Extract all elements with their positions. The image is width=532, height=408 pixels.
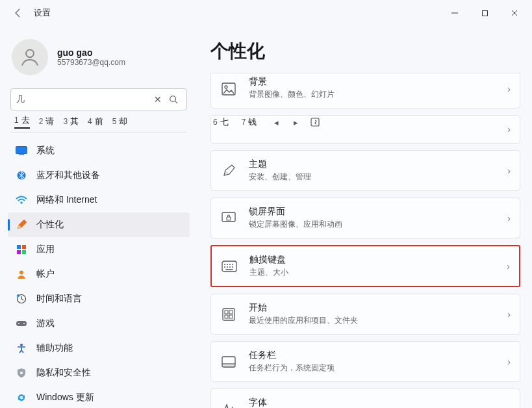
minimize-button[interactable]	[440, 3, 470, 23]
svg-point-20	[20, 372, 23, 374]
chevron-right-icon: ›	[507, 309, 511, 320]
sidebar-item-apps[interactable]: 应用	[8, 237, 190, 262]
time-icon	[16, 293, 27, 305]
card-title: 背景	[249, 76, 507, 88]
card-subtitle: 主题、大小	[249, 267, 507, 278]
sidebar-item-privacy[interactable]: 隐私和安全性	[8, 361, 190, 385]
privacy-icon	[16, 367, 27, 379]
ime-candidate-6[interactable]: 6七	[213, 116, 229, 128]
sidebar: guo gao 55793673@qq.com 几 ✕ 1去 2请 3其 4前 …	[0, 26, 195, 408]
sidebar-item-accounts[interactable]: 帐户	[8, 262, 190, 287]
svg-point-19	[20, 344, 23, 346]
apps-icon	[16, 244, 27, 255]
svg-point-2	[26, 49, 34, 57]
ime-candidate-4[interactable]: 4前	[88, 116, 103, 127]
sidebar-item-label: 时间和语言	[36, 293, 82, 305]
update-icon	[16, 392, 27, 403]
search-icon[interactable]	[166, 92, 181, 107]
sidebar-item-label: Windows 更新	[36, 392, 94, 403]
chevron-right-icon: ›	[507, 124, 511, 134]
maximize-button[interactable]	[470, 3, 500, 23]
card-title: 字体	[249, 397, 507, 408]
ime-candidate-1[interactable]: 1去	[14, 114, 30, 129]
svg-point-18	[23, 323, 25, 324]
search-input[interactable]	[25, 95, 150, 105]
taskbar-icon	[220, 353, 237, 370]
sidebar-item-system[interactable]: 系统	[8, 138, 190, 163]
chevron-right-icon: ›	[507, 404, 511, 409]
chevron-right-icon: ›	[507, 166, 511, 176]
svg-rect-6	[19, 154, 24, 155]
sidebar-item-label: 蓝牙和其他设备	[36, 170, 100, 181]
ime-next-icon[interactable]: ▸	[289, 116, 302, 129]
card-start[interactable]: 开始最近使用的应用和项目、文件夹›	[210, 294, 520, 335]
system-icon	[16, 145, 27, 157]
svg-point-3	[170, 96, 176, 102]
sidebar-item-network[interactable]: 网络和 Internet	[8, 188, 190, 212]
avatar	[12, 39, 48, 75]
gaming-icon	[16, 318, 27, 329]
lockscreen-icon	[220, 210, 237, 227]
chevron-right-icon: ›	[507, 213, 511, 223]
bluetooth-icon	[16, 170, 27, 181]
close-button[interactable]	[500, 3, 529, 23]
chevron-right-icon: ›	[507, 261, 510, 272]
sidebar-item-label: 辅助功能	[36, 342, 73, 354]
sidebar-item-personalization[interactable]: 个性化	[8, 212, 190, 237]
nav-list: 系统蓝牙和其他设备网络和 Internet个性化应用帐户时间和语言游戏辅助功能隐…	[8, 138, 190, 408]
touchkeyboard-icon	[221, 258, 238, 275]
clear-icon[interactable]: ✕	[150, 92, 166, 107]
ime-candidate-3[interactable]: 3其	[63, 116, 79, 127]
card-title: 锁屏界面	[249, 206, 507, 218]
card-touchkeyboard[interactable]: 触摸键盘主题、大小›	[210, 245, 520, 287]
window-title: 设置	[34, 7, 51, 19]
sidebar-item-bluetooth[interactable]: 蓝牙和其他设备	[8, 163, 190, 188]
sidebar-item-gaming[interactable]: 游戏	[8, 311, 190, 336]
ime-tool-icon[interactable]	[309, 116, 322, 129]
card-fonts[interactable]: 字体安装、管理›	[210, 389, 520, 408]
svg-rect-41	[222, 364, 235, 367]
card-lockscreen[interactable]: 锁屏界面锁定屏幕图像、应用和动画›	[210, 198, 520, 238]
search-glyph: 几	[16, 94, 25, 105]
user-block[interactable]: guo gao 55793673@qq.com	[8, 34, 190, 84]
ime-candidate-ext: 6七 7钱 ◂ ▸	[213, 116, 322, 129]
svg-rect-38	[225, 315, 228, 318]
ime-prev-icon[interactable]: ◂	[270, 116, 283, 129]
fonts-icon	[220, 401, 237, 409]
card-taskbar[interactable]: 任务栏任务栏行为，系统固定项›	[210, 341, 520, 382]
svg-rect-12	[22, 250, 26, 254]
window-controls	[440, 3, 529, 23]
svg-point-22	[225, 86, 227, 88]
ime-candidate-bar: 1去 2请 3其 4前 5却	[10, 112, 187, 133]
sidebar-item-accessibility[interactable]: 辅助功能	[8, 336, 190, 361]
search-wrap: 几 ✕	[10, 88, 187, 110]
sidebar-item-label: 系统	[36, 145, 55, 157]
user-name: guo gao	[57, 47, 125, 58]
svg-point-8	[20, 201, 23, 204]
sidebar-item-label: 网络和 Internet	[36, 194, 97, 206]
card-subtitle: 背景图像、颜色、幻灯片	[249, 89, 507, 100]
svg-rect-10	[22, 245, 26, 249]
card-themes[interactable]: 主题安装、创建、管理›	[210, 150, 520, 191]
sidebar-item-update[interactable]: Windows 更新	[8, 385, 190, 408]
svg-point-13	[19, 271, 23, 275]
svg-rect-5	[16, 147, 27, 154]
sidebar-item-time[interactable]: 时间和语言	[8, 287, 190, 311]
svg-rect-9	[17, 245, 21, 249]
themes-icon	[220, 162, 237, 179]
ime-candidate-5[interactable]: 5却	[112, 116, 128, 127]
search-box[interactable]: 几 ✕	[10, 88, 187, 110]
ime-candidate-2[interactable]: 2请	[39, 116, 55, 127]
accessibility-icon	[16, 342, 27, 354]
svg-rect-37	[229, 311, 233, 314]
card-subtitle: 任务栏行为，系统固定项	[249, 363, 507, 374]
main-content: 个性化 背景背景图像、颜色、幻灯片››主题安装、创建、管理›锁屏界面锁定屏幕图像…	[195, 26, 532, 408]
ime-candidate-7[interactable]: 7钱	[242, 116, 257, 128]
back-button[interactable]	[8, 3, 29, 23]
card-subtitle: 最近使用的应用和项目、文件夹	[249, 315, 507, 326]
page-heading: 个性化	[210, 39, 520, 64]
card-background[interactable]: 背景背景图像、颜色、幻灯片›	[210, 73, 520, 108]
svg-rect-39	[229, 315, 233, 318]
card-subtitle: 锁定屏幕图像、应用和动画	[249, 219, 507, 230]
sidebar-item-label: 应用	[36, 244, 55, 255]
